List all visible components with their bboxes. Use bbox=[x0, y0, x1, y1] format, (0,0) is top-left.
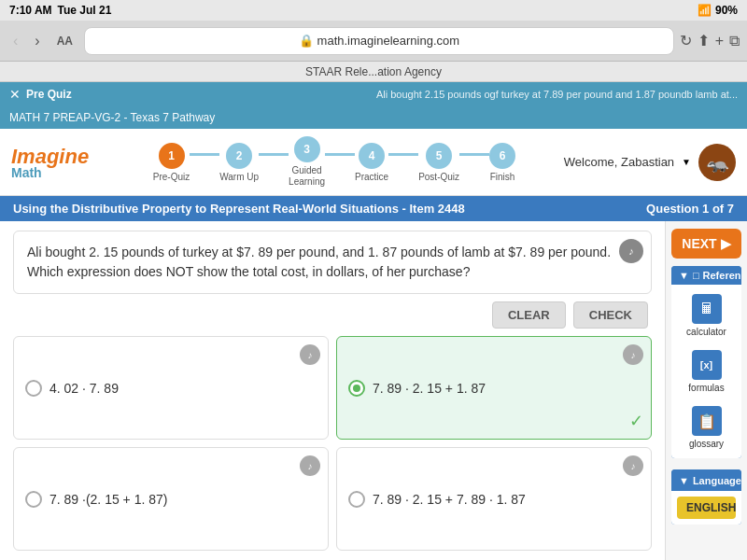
step-label-1: Pre-Quiz bbox=[153, 172, 190, 182]
step-2[interactable]: 2 Warm Up bbox=[219, 143, 259, 182]
choice-d-audio[interactable]: ♪ bbox=[623, 455, 643, 476]
main-content: Imagine Math 1 Pre-Quiz 2 Warm Up 3 Guid… bbox=[0, 129, 747, 560]
question-audio-button[interactable]: ♪ bbox=[619, 239, 643, 263]
browser-bar: ‹ › AA 🔒 math.imaginelearning.com ↻ ⬆ + … bbox=[0, 21, 747, 62]
question-title: Using the Distributive Property to Repre… bbox=[13, 202, 465, 216]
status-bar: 7:10 AM Tue Jul 21 📶 90% bbox=[0, 0, 747, 21]
step-circle-2: 2 bbox=[226, 143, 252, 169]
reference-label: Reference bbox=[703, 270, 741, 281]
language-triangle: ▼ bbox=[679, 475, 689, 486]
choice-c-text: 7. 89 ·(2. 15 + 1. 87) bbox=[49, 492, 317, 507]
next-label: NEXT bbox=[682, 236, 716, 251]
language-label: Language bbox=[693, 475, 741, 486]
language-body: ENGLISH bbox=[671, 491, 741, 525]
logo-area: Imagine Math bbox=[11, 145, 105, 180]
calculator-label: calculator bbox=[686, 327, 726, 337]
tab-label: STAAR Rele...ation Agency bbox=[305, 65, 442, 78]
forward-button[interactable]: › bbox=[29, 29, 45, 53]
step-circle-1: 1 bbox=[159, 143, 185, 169]
url-text: math.imaginelearning.com bbox=[317, 34, 459, 48]
step-6[interactable]: 6 Finish bbox=[489, 143, 515, 182]
reference-body: 🖩 calculator [x] formulas 📋 glossary bbox=[671, 285, 741, 458]
reference-icon: □ bbox=[693, 270, 699, 281]
step-3[interactable]: 3 GuidedLearning bbox=[289, 136, 325, 188]
choice-c-audio[interactable]: ♪ bbox=[300, 455, 320, 476]
url-bar[interactable]: 🔒 math.imaginelearning.com bbox=[84, 27, 674, 55]
welcome-text: Welcome, Zabastian bbox=[564, 155, 674, 169]
glossary-label: glossary bbox=[689, 439, 724, 449]
share-button[interactable]: ⬆ bbox=[698, 32, 710, 49]
step-circle-3: 3 bbox=[294, 136, 320, 162]
question-preview: Ali bought 2.15 pounds ogf turkey at 7.8… bbox=[376, 89, 738, 100]
choices-grid: ♪ 4. 02 · 7. 89 ♪ 7. 89 · 2. 15 + 1. 87 … bbox=[13, 336, 652, 551]
reader-button[interactable]: AA bbox=[51, 31, 78, 51]
avatar: 🦡 bbox=[698, 144, 736, 181]
step-circle-4: 4 bbox=[359, 143, 385, 169]
choice-a-text: 4. 02 · 7. 89 bbox=[49, 381, 317, 396]
back-button[interactable]: ‹ bbox=[7, 29, 23, 53]
step-label-6: Finish bbox=[490, 172, 515, 182]
question-text: Ali bought 2. 15 pounds of turkey at $7.… bbox=[27, 245, 611, 279]
next-button[interactable]: NEXT ▶ bbox=[671, 229, 741, 259]
pre-quiz-label: Pre Quiz bbox=[26, 88, 72, 101]
lock-icon: 🔒 bbox=[299, 34, 314, 48]
pathway-label: MATH 7 PREAP-VG-2 - Texas 7 Pathway bbox=[9, 111, 215, 124]
choice-d[interactable]: ♪ 7. 89 · 2. 15 + 7. 89 · 1. 87 bbox=[336, 447, 652, 551]
formulas-label: formulas bbox=[688, 383, 724, 393]
top-section: Imagine Math 1 Pre-Quiz 2 Warm Up 3 Guid… bbox=[0, 129, 747, 196]
language-panel: ▼ Language ⓘ ENGLISH bbox=[671, 469, 741, 525]
choice-c[interactable]: ♪ 7. 89 ·(2. 15 + 1. 87) bbox=[13, 447, 329, 551]
reference-header[interactable]: ▼ □ Reference bbox=[671, 266, 741, 285]
step-connector-5 bbox=[459, 153, 489, 156]
step-label-2: Warm Up bbox=[219, 172, 259, 182]
progress-steps: 1 Pre-Quiz 2 Warm Up 3 GuidedLearning 4 … bbox=[153, 136, 515, 188]
next-arrow: ▶ bbox=[721, 236, 731, 251]
step-4[interactable]: 4 Practice bbox=[355, 143, 388, 182]
formulas-item[interactable]: [x] formulas bbox=[675, 344, 738, 399]
calculator-item[interactable]: 🖩 calculator bbox=[675, 288, 738, 343]
content-area: ♪ Ali bought 2. 15 pounds of turkey at $… bbox=[0, 221, 747, 560]
app-header-bar: ✕ Pre Quiz Ali bought 2.15 pounds ogf tu… bbox=[0, 82, 747, 106]
choice-b-audio[interactable]: ♪ bbox=[623, 344, 643, 365]
check-icon: ✓ bbox=[629, 411, 643, 431]
battery-display: 90% bbox=[715, 4, 738, 17]
step-label-3: GuidedLearning bbox=[289, 165, 325, 188]
reference-triangle: ▼ bbox=[679, 270, 689, 281]
formulas-icon: [x] bbox=[692, 350, 722, 380]
question-box: ♪ Ali bought 2. 15 pounds of turkey at $… bbox=[13, 231, 652, 294]
reference-panel: ▼ □ Reference 🖩 calculator [x] formulas … bbox=[671, 266, 741, 458]
clear-button[interactable]: CLEAR bbox=[492, 301, 566, 329]
question-counter: Question 1 of 7 bbox=[646, 202, 734, 216]
question-title-bar: Using the Distributive Property to Repre… bbox=[0, 196, 747, 221]
step-connector-1 bbox=[190, 153, 219, 156]
pathway-bar: MATH 7 PREAP-VG-2 - Texas 7 Pathway bbox=[0, 106, 747, 129]
new-tab-button[interactable]: + bbox=[715, 33, 724, 49]
choice-d-text: 7. 89 · 2. 15 + 7. 89 · 1. 87 bbox=[373, 492, 640, 507]
step-5[interactable]: 5 Post-Quiz bbox=[418, 143, 459, 182]
choice-d-radio bbox=[348, 491, 365, 508]
choice-b[interactable]: ♪ 7. 89 · 2. 15 + 1. 87 ✓ bbox=[336, 336, 652, 440]
english-button[interactable]: ENGLISH bbox=[677, 497, 736, 519]
time-display: 7:10 AM bbox=[9, 4, 52, 17]
step-connector-3 bbox=[325, 153, 355, 156]
right-sidebar: NEXT ▶ ▼ □ Reference 🖩 calculator [x] bbox=[665, 221, 747, 560]
glossary-icon: 📋 bbox=[692, 406, 722, 436]
choice-a[interactable]: ♪ 4. 02 · 7. 89 bbox=[13, 336, 329, 440]
check-button[interactable]: CHECK bbox=[573, 301, 648, 329]
language-header[interactable]: ▼ Language ⓘ bbox=[671, 469, 741, 491]
step-circle-5: 5 bbox=[426, 143, 452, 169]
glossary-item[interactable]: 📋 glossary bbox=[675, 400, 738, 455]
calculator-icon: 🖩 bbox=[692, 294, 722, 324]
tabs-button[interactable]: ⧉ bbox=[729, 33, 740, 49]
welcome-dropdown-icon[interactable]: ▼ bbox=[682, 157, 691, 167]
tab-bar: STAAR Rele...ation Agency bbox=[0, 62, 747, 82]
step-1[interactable]: 1 Pre-Quiz bbox=[153, 143, 190, 182]
step-circle-6: 6 bbox=[489, 143, 515, 169]
choice-c-radio bbox=[25, 491, 42, 508]
reload-button[interactable]: ↻ bbox=[680, 32, 692, 49]
question-area: ♪ Ali bought 2. 15 pounds of turkey at $… bbox=[0, 221, 665, 560]
app-close-button[interactable]: ✕ bbox=[9, 87, 21, 102]
choice-a-audio[interactable]: ♪ bbox=[300, 344, 320, 365]
step-label-5: Post-Quiz bbox=[418, 172, 459, 182]
progress-section: 1 Pre-Quiz 2 Warm Up 3 GuidedLearning 4 … bbox=[105, 136, 564, 188]
